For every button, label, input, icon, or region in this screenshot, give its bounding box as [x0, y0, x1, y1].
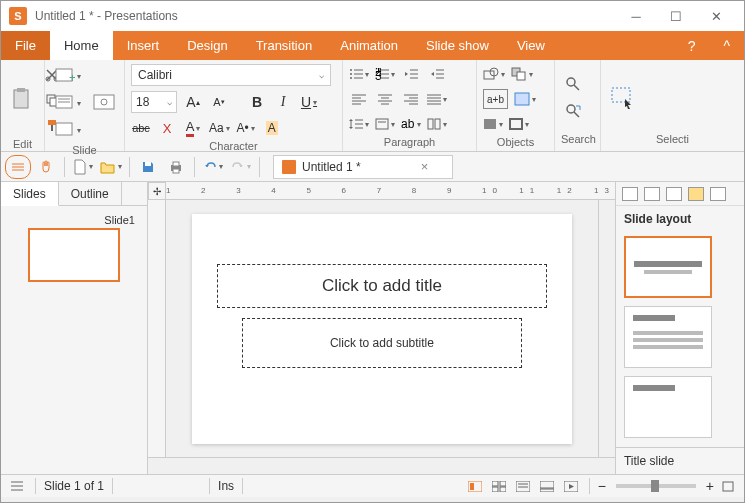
superscript-button[interactable]: A•: [236, 118, 256, 138]
zoom-fit-button[interactable]: [718, 478, 738, 494]
font-color-button[interactable]: A: [183, 118, 203, 138]
layout-panel: Slide layout Title slide: [615, 182, 744, 474]
menu-transition[interactable]: Transition: [242, 31, 327, 60]
find-button[interactable]: [561, 72, 585, 96]
increase-indent-button[interactable]: [427, 64, 447, 84]
bullets-button[interactable]: [349, 64, 369, 84]
redo-button[interactable]: [228, 155, 254, 179]
select-button[interactable]: [607, 83, 639, 113]
document-tab[interactable]: Untitled 1 * ×: [273, 155, 453, 179]
bold-button[interactable]: B: [247, 92, 267, 112]
vertical-align-button[interactable]: [375, 114, 395, 134]
align-right-button[interactable]: [401, 89, 421, 109]
strikethrough-button[interactable]: abc: [131, 118, 151, 138]
minimize-button[interactable]: ─: [616, 1, 656, 31]
panel-tab-design-icon[interactable]: [644, 187, 660, 201]
ribbon-collapse-icon[interactable]: ^: [709, 31, 744, 60]
reset-button[interactable]: [51, 118, 85, 142]
align-justify-button[interactable]: [427, 89, 447, 109]
slide-thumb-label: Slide1: [9, 214, 139, 228]
paste-button[interactable]: [7, 83, 37, 117]
subtitle-placeholder[interactable]: Click to add subtitle: [242, 318, 522, 368]
layout-title-slide[interactable]: [624, 236, 712, 298]
slide-canvas[interactable]: Click to add title Click to add subtitle: [192, 214, 572, 444]
italic-button[interactable]: I: [273, 92, 293, 112]
group-paragraph-label: Paragraph: [349, 134, 470, 150]
ruler-origin[interactable]: ✢: [148, 182, 166, 200]
shape-fill-button[interactable]: [483, 114, 503, 134]
layout-title-content[interactable]: [624, 306, 712, 368]
menu-animation[interactable]: Animation: [326, 31, 412, 60]
status-menu-icon[interactable]: [7, 478, 27, 494]
align-center-button[interactable]: [375, 89, 395, 109]
view-sorter-button[interactable]: [489, 478, 509, 494]
svg-rect-54: [376, 119, 388, 129]
columns-button[interactable]: [427, 114, 447, 134]
horizontal-ruler[interactable]: 1 2 3 4 5 6 7 8 9 10 11 12 13: [166, 182, 615, 200]
text-direction-button[interactable]: ab: [401, 114, 421, 134]
slides-tab[interactable]: Slides: [1, 182, 59, 206]
slide-thumbnail-1[interactable]: [28, 228, 120, 282]
menu-design[interactable]: Design: [173, 31, 241, 60]
menu-insert[interactable]: Insert: [113, 31, 174, 60]
menu-home[interactable]: Home: [50, 31, 113, 60]
zoom-in-button[interactable]: +: [706, 478, 714, 494]
panel-tab-transition-icon[interactable]: [666, 187, 682, 201]
layout-button[interactable]: [51, 91, 85, 115]
quick-styles-button[interactable]: [514, 89, 536, 109]
close-button[interactable]: ✕: [696, 1, 736, 31]
open-file-button[interactable]: [98, 155, 124, 179]
new-slide-button[interactable]: +: [51, 64, 85, 88]
arrange-button[interactable]: [511, 64, 533, 84]
slide-editor[interactable]: Click to add title Click to add subtitle: [166, 200, 598, 457]
menu-help[interactable]: ?: [674, 31, 710, 60]
save-button[interactable]: [135, 155, 161, 179]
panel-tab-animation-icon[interactable]: [688, 187, 704, 201]
line-spacing-button[interactable]: [349, 114, 369, 134]
document-tab-close[interactable]: ×: [421, 159, 429, 174]
outline-tab[interactable]: Outline: [59, 182, 122, 205]
numbering-button[interactable]: 123: [375, 64, 395, 84]
view-notes-button[interactable]: [537, 478, 557, 494]
svg-rect-82: [470, 483, 474, 490]
zoom-out-button[interactable]: −: [598, 478, 606, 494]
undo-button[interactable]: [200, 155, 226, 179]
textbox-button[interactable]: a+b: [483, 89, 508, 109]
shapes-button[interactable]: [483, 64, 505, 84]
svg-rect-13: [56, 123, 72, 135]
menu-view[interactable]: View: [503, 31, 559, 60]
underline-button[interactable]: U: [299, 92, 319, 112]
highlight-button[interactable]: A: [262, 118, 282, 138]
hand-tool-button[interactable]: [33, 155, 59, 179]
align-left-button[interactable]: [349, 89, 369, 109]
vertical-ruler[interactable]: [148, 200, 166, 457]
sidebar-toggle-button[interactable]: [5, 155, 31, 179]
panel-tab-properties-icon[interactable]: [710, 187, 726, 201]
menu-file[interactable]: File: [1, 31, 50, 60]
shape-outline-button[interactable]: [509, 114, 529, 134]
new-file-button[interactable]: [70, 155, 96, 179]
svg-rect-77: [173, 169, 179, 173]
zoom-slider[interactable]: [616, 484, 696, 488]
font-size-select[interactable]: 18⌵: [131, 91, 177, 113]
font-name-select[interactable]: Calibri⌵: [131, 64, 331, 86]
panel-tab-layout-icon[interactable]: [622, 187, 638, 201]
title-placeholder[interactable]: Click to add title: [217, 264, 547, 308]
menu-slideshow[interactable]: Slide show: [412, 31, 503, 60]
view-normal-button[interactable]: [465, 478, 485, 494]
maximize-button[interactable]: ☐: [656, 1, 696, 31]
change-case-button[interactable]: Aa: [209, 118, 230, 138]
vertical-scrollbar[interactable]: [598, 200, 615, 457]
layout-section-header[interactable]: [624, 376, 712, 438]
horizontal-scrollbar[interactable]: [148, 457, 615, 474]
decrease-indent-button[interactable]: [401, 64, 421, 84]
replace-button[interactable]: [561, 99, 585, 123]
grow-font-button[interactable]: A▴: [183, 92, 203, 112]
view-slideshow-button[interactable]: [561, 478, 581, 494]
view-outline-button[interactable]: [513, 478, 533, 494]
insert-mode[interactable]: Ins: [218, 479, 234, 493]
shrink-font-button[interactable]: A▾: [209, 92, 229, 112]
clear-format-button[interactable]: X: [157, 118, 177, 138]
slide-master-button[interactable]: [89, 90, 121, 116]
print-button[interactable]: [163, 155, 189, 179]
